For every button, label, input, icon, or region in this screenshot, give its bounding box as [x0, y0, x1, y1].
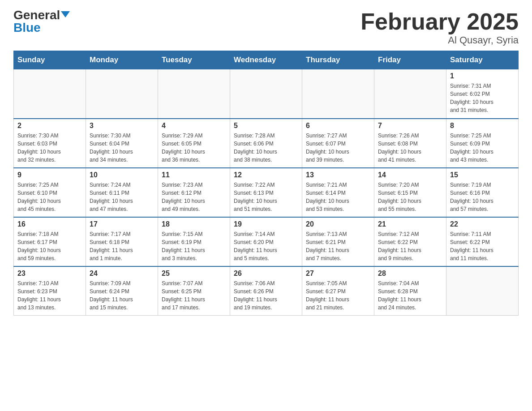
calendar-day-cell	[158, 69, 230, 119]
day-info: Sunrise: 7:30 AM Sunset: 6:03 PM Dayligh…	[17, 132, 82, 164]
calendar-day-cell	[14, 69, 86, 119]
day-info: Sunrise: 7:27 AM Sunset: 6:07 PM Dayligh…	[306, 132, 370, 164]
day-info: Sunrise: 7:10 AM Sunset: 6:23 PM Dayligh…	[17, 279, 82, 312]
logo-blue: Blue	[13, 21, 41, 34]
calendar-day-cell: 15Sunrise: 7:19 AM Sunset: 6:16 PM Dayli…	[446, 168, 519, 217]
day-of-week-header: Wednesday	[230, 51, 302, 69]
day-info: Sunrise: 7:28 AM Sunset: 6:06 PM Dayligh…	[234, 132, 298, 164]
calendar-day-cell: 12Sunrise: 7:22 AM Sunset: 6:13 PM Dayli…	[230, 168, 302, 217]
day-info: Sunrise: 7:19 AM Sunset: 6:16 PM Dayligh…	[450, 181, 515, 213]
calendar-day-cell: 4Sunrise: 7:29 AM Sunset: 6:05 PM Daylig…	[158, 119, 230, 168]
day-number: 1	[450, 72, 515, 80]
day-info: Sunrise: 7:12 AM Sunset: 6:22 PM Dayligh…	[378, 230, 442, 262]
calendar-week-row: 9Sunrise: 7:25 AM Sunset: 6:10 PM Daylig…	[14, 168, 519, 217]
day-number: 15	[450, 171, 515, 179]
calendar-day-cell: 14Sunrise: 7:20 AM Sunset: 6:15 PM Dayli…	[374, 168, 446, 217]
calendar-table: SundayMondayTuesdayWednesdayThursdayFrid…	[13, 51, 519, 316]
day-number: 26	[234, 270, 298, 278]
day-info: Sunrise: 7:06 AM Sunset: 6:26 PM Dayligh…	[234, 279, 298, 312]
day-number: 2	[17, 122, 82, 130]
page-title: February 2025	[360, 9, 519, 34]
day-of-week-header: Monday	[86, 51, 158, 69]
day-number: 27	[306, 270, 370, 278]
calendar-day-cell: 22Sunrise: 7:11 AM Sunset: 6:22 PM Dayli…	[446, 217, 519, 266]
day-number: 16	[17, 220, 82, 228]
day-info: Sunrise: 7:07 AM Sunset: 6:25 PM Dayligh…	[162, 279, 226, 312]
day-info: Sunrise: 7:05 AM Sunset: 6:27 PM Dayligh…	[306, 279, 370, 312]
day-info: Sunrise: 7:13 AM Sunset: 6:21 PM Dayligh…	[306, 230, 370, 262]
day-info: Sunrise: 7:23 AM Sunset: 6:12 PM Dayligh…	[162, 181, 226, 213]
day-info: Sunrise: 7:17 AM Sunset: 6:18 PM Dayligh…	[90, 230, 154, 262]
day-info: Sunrise: 7:15 AM Sunset: 6:19 PM Dayligh…	[162, 230, 226, 262]
day-info: Sunrise: 7:31 AM Sunset: 6:02 PM Dayligh…	[450, 82, 515, 114]
day-number: 12	[234, 171, 298, 179]
day-info: Sunrise: 7:14 AM Sunset: 6:20 PM Dayligh…	[234, 230, 298, 262]
calendar-week-row: 23Sunrise: 7:10 AM Sunset: 6:23 PM Dayli…	[14, 266, 519, 316]
day-number: 10	[90, 171, 154, 179]
day-number: 9	[17, 171, 82, 179]
day-info: Sunrise: 7:29 AM Sunset: 6:05 PM Dayligh…	[162, 132, 226, 164]
day-info: Sunrise: 7:25 AM Sunset: 6:09 PM Dayligh…	[450, 132, 515, 164]
calendar-day-cell: 21Sunrise: 7:12 AM Sunset: 6:22 PM Dayli…	[374, 217, 446, 266]
calendar-day-cell	[230, 69, 302, 119]
day-info: Sunrise: 7:18 AM Sunset: 6:17 PM Dayligh…	[17, 230, 82, 262]
calendar-week-row: 16Sunrise: 7:18 AM Sunset: 6:17 PM Dayli…	[14, 217, 519, 266]
day-number: 13	[306, 171, 370, 179]
calendar-day-cell: 13Sunrise: 7:21 AM Sunset: 6:14 PM Dayli…	[302, 168, 374, 217]
day-number: 11	[162, 171, 226, 179]
day-number: 25	[162, 270, 226, 278]
calendar-day-cell: 18Sunrise: 7:15 AM Sunset: 6:19 PM Dayli…	[158, 217, 230, 266]
calendar-day-cell: 17Sunrise: 7:17 AM Sunset: 6:18 PM Dayli…	[86, 217, 158, 266]
calendar-day-cell: 25Sunrise: 7:07 AM Sunset: 6:25 PM Dayli…	[158, 266, 230, 316]
day-info: Sunrise: 7:22 AM Sunset: 6:13 PM Dayligh…	[234, 181, 298, 213]
day-number: 5	[234, 122, 298, 130]
calendar-day-cell: 7Sunrise: 7:26 AM Sunset: 6:08 PM Daylig…	[374, 119, 446, 168]
day-number: 17	[90, 220, 154, 228]
calendar-body: 1Sunrise: 7:31 AM Sunset: 6:02 PM Daylig…	[14, 69, 519, 316]
day-of-week-header: Sunday	[14, 51, 86, 69]
day-header-row: SundayMondayTuesdayWednesdayThursdayFrid…	[14, 51, 519, 69]
calendar-day-cell: 2Sunrise: 7:30 AM Sunset: 6:03 PM Daylig…	[14, 119, 86, 168]
day-info: Sunrise: 7:30 AM Sunset: 6:04 PM Dayligh…	[90, 132, 154, 164]
day-number: 23	[17, 270, 82, 278]
day-of-week-header: Thursday	[302, 51, 374, 69]
calendar-day-cell: 1Sunrise: 7:31 AM Sunset: 6:02 PM Daylig…	[446, 69, 519, 119]
logo-general: General	[13, 9, 70, 21]
day-of-week-header: Friday	[374, 51, 446, 69]
day-number: 18	[162, 220, 226, 228]
day-info: Sunrise: 7:20 AM Sunset: 6:15 PM Dayligh…	[378, 181, 442, 213]
day-number: 14	[378, 171, 442, 179]
logo: General Blue	[13, 9, 70, 34]
day-info: Sunrise: 7:24 AM Sunset: 6:11 PM Dayligh…	[90, 181, 154, 213]
day-number: 19	[234, 220, 298, 228]
calendar-day-cell: 5Sunrise: 7:28 AM Sunset: 6:06 PM Daylig…	[230, 119, 302, 168]
calendar-day-cell: 8Sunrise: 7:25 AM Sunset: 6:09 PM Daylig…	[446, 119, 519, 168]
day-info: Sunrise: 7:25 AM Sunset: 6:10 PM Dayligh…	[17, 181, 82, 213]
calendar-day-cell: 11Sunrise: 7:23 AM Sunset: 6:12 PM Dayli…	[158, 168, 230, 217]
day-number: 22	[450, 220, 515, 228]
day-info: Sunrise: 7:09 AM Sunset: 6:24 PM Dayligh…	[90, 279, 154, 312]
page-header: General Blue February 2025 Al Qusayr, Sy…	[13, 9, 519, 46]
calendar-day-cell: 28Sunrise: 7:04 AM Sunset: 6:28 PM Dayli…	[374, 266, 446, 316]
day-of-week-header: Tuesday	[158, 51, 230, 69]
calendar-day-cell: 3Sunrise: 7:30 AM Sunset: 6:04 PM Daylig…	[86, 119, 158, 168]
calendar-day-cell	[374, 69, 446, 119]
day-number: 7	[378, 122, 442, 130]
title-block: February 2025 Al Qusayr, Syria	[360, 9, 519, 46]
calendar-header: SundayMondayTuesdayWednesdayThursdayFrid…	[14, 51, 519, 69]
day-info: Sunrise: 7:21 AM Sunset: 6:14 PM Dayligh…	[306, 181, 370, 213]
day-info: Sunrise: 7:26 AM Sunset: 6:08 PM Dayligh…	[378, 132, 442, 164]
calendar-day-cell: 16Sunrise: 7:18 AM Sunset: 6:17 PM Dayli…	[14, 217, 86, 266]
day-number: 28	[378, 270, 442, 278]
calendar-day-cell: 23Sunrise: 7:10 AM Sunset: 6:23 PM Dayli…	[14, 266, 86, 316]
day-of-week-header: Saturday	[446, 51, 519, 69]
calendar-day-cell: 27Sunrise: 7:05 AM Sunset: 6:27 PM Dayli…	[302, 266, 374, 316]
calendar-day-cell: 20Sunrise: 7:13 AM Sunset: 6:21 PM Dayli…	[302, 217, 374, 266]
calendar-day-cell	[86, 69, 158, 119]
day-number: 6	[306, 122, 370, 130]
calendar-day-cell: 6Sunrise: 7:27 AM Sunset: 6:07 PM Daylig…	[302, 119, 374, 168]
calendar-day-cell: 26Sunrise: 7:06 AM Sunset: 6:26 PM Dayli…	[230, 266, 302, 316]
day-number: 20	[306, 220, 370, 228]
calendar-day-cell: 24Sunrise: 7:09 AM Sunset: 6:24 PM Dayli…	[86, 266, 158, 316]
logo-triangle-icon	[61, 11, 70, 17]
